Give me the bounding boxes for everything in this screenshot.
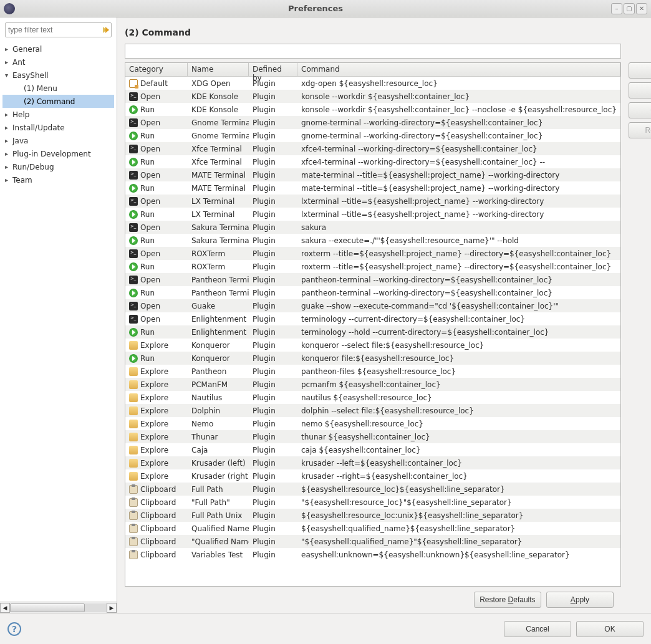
tree-item[interactable]: ▸Team: [2, 173, 114, 186]
scroll-thumb[interactable]: [10, 603, 85, 612]
scroll-track[interactable]: [10, 603, 107, 612]
tree-item[interactable]: ▸Help: [2, 108, 114, 121]
col-category[interactable]: Category: [125, 63, 188, 76]
table-row[interactable]: OpenXfce TerminalPluginxfce4-terminal --…: [125, 142, 620, 155]
cell-command: konqueror file:${easyshell:resource_loc}: [297, 353, 620, 364]
table-row[interactable]: OpenGnome TerminalPlugingnome-terminal -…: [125, 116, 620, 129]
table-row[interactable]: ExploreKonquerorPluginkonqueror --select…: [125, 339, 620, 352]
table-row[interactable]: ClipboardQualified NamePlugin${easyshell…: [125, 522, 620, 535]
table-row[interactable]: RunGnome TerminalPlugingnome-terminal --…: [125, 129, 620, 142]
chevron-right-icon[interactable]: ▸: [5, 150, 12, 157]
table-row[interactable]: RunROXTermPluginroxterm --title=${easysh…: [125, 260, 620, 273]
chevron-right-icon[interactable]: ▸: [5, 111, 12, 118]
table-row[interactable]: ClipboardFull PathPlugin${easyshell:reso…: [125, 483, 620, 496]
commands-table: Category Name Defined by Command Default…: [125, 62, 621, 587]
cell-name: Variables Test: [188, 549, 249, 560]
tree-item[interactable]: ▸Ant: [2, 55, 114, 69]
table-row[interactable]: Clipboard"Full Path"Plugin"${easyshell:r…: [125, 496, 620, 509]
table-row[interactable]: OpenGuakePluginguake --show --execute-co…: [125, 299, 620, 312]
table-row[interactable]: ClipboardVariables TestPlugineasyshell:u…: [125, 548, 620, 561]
tree-item[interactable]: (2) Command: [2, 95, 114, 108]
table-row[interactable]: DefaultXDG OpenPluginxdg-open ${easyshel…: [125, 77, 620, 90]
chevron-right-icon[interactable]: ▸: [5, 163, 12, 170]
filter-box[interactable]: [5, 22, 112, 37]
cell-category: Open: [125, 300, 188, 312]
table-row[interactable]: OpenEnlightenmentPluginterminology --cur…: [125, 312, 620, 325]
col-defined-by[interactable]: Defined by: [249, 63, 297, 76]
scroll-left-icon[interactable]: ◀: [0, 603, 10, 613]
table-row[interactable]: ExploreNemoPluginnemo ${easyshell:resour…: [125, 417, 620, 430]
default-icon: [129, 79, 138, 88]
edit-button[interactable]: Edit...: [629, 82, 651, 99]
cell-command: konqueror --select file:${easyshell:reso…: [297, 340, 620, 351]
open-icon: [129, 223, 138, 232]
tree-item[interactable]: (1) Menu: [2, 82, 114, 95]
table-row[interactable]: ClipboardFull Path UnixPlugin${easyshell…: [125, 509, 620, 522]
chevron-right-icon[interactable]: ▸: [5, 137, 12, 144]
col-name[interactable]: Name: [188, 63, 249, 76]
sidebar-hscroll[interactable]: ◀ ▶: [0, 602, 117, 613]
cell-defined-by: Plugin: [249, 340, 297, 351]
table-row[interactable]: OpenLX TerminalPluginlxterminal --title=…: [125, 195, 620, 208]
chevron-down-icon[interactable]: ▾: [5, 72, 12, 79]
tree-item[interactable]: ▸Install/Update: [2, 121, 114, 134]
filter-input[interactable]: [8, 26, 102, 34]
table-row[interactable]: ExplorePCManFMPluginpcmanfm ${easyshell:…: [125, 378, 620, 391]
scroll-right-icon[interactable]: ▶: [107, 603, 117, 613]
table-row[interactable]: RunSakura TerminalPluginsakura --execute…: [125, 234, 620, 247]
cell-defined-by: Plugin: [249, 117, 297, 128]
restore-defaults-button[interactable]: Restore Defaults: [474, 592, 541, 608]
table-row[interactable]: ExploreKrusader (left)Pluginkrusader --l…: [125, 456, 620, 469]
minimize-button[interactable]: –: [611, 3, 622, 14]
add-button[interactable]: Add...: [629, 62, 651, 79]
table-row[interactable]: OpenROXTermPluginroxterm --title=${easys…: [125, 247, 620, 260]
tree-item-label: (2) Command: [24, 97, 75, 106]
chevron-right-icon[interactable]: ▸: [5, 124, 12, 131]
clear-filter-icon[interactable]: [102, 25, 110, 35]
table-row[interactable]: ExplorePantheonPluginpantheon-files ${ea…: [125, 365, 620, 378]
table-row[interactable]: OpenKDE KonsolePluginkonsole --workdir $…: [125, 90, 620, 103]
table-row[interactable]: RunXfce TerminalPluginxfce4-terminal --w…: [125, 155, 620, 168]
table-filter-input[interactable]: [125, 44, 621, 59]
close-button[interactable]: ✕: [636, 3, 647, 14]
table-row[interactable]: RunKDE KonsolePluginkonsole --workdir ${…: [125, 103, 620, 116]
tree-item[interactable]: ▸Java: [2, 134, 114, 147]
remove-button[interactable]: Remove...: [629, 122, 651, 138]
table-row[interactable]: RunKonquerorPluginkonqueror file:${easys…: [125, 352, 620, 365]
table-row[interactable]: Clipboard"Qualified Name"Plugin"${easysh…: [125, 535, 620, 548]
help-icon[interactable]: ?: [7, 622, 21, 636]
cell-category: Run: [125, 287, 188, 299]
table-row[interactable]: OpenPantheon TerminalPluginpantheon-term…: [125, 273, 620, 286]
open-icon: [129, 315, 138, 324]
ok-button[interactable]: OK: [576, 621, 644, 637]
cell-name: "Qualified Name": [188, 536, 249, 547]
chevron-right-icon[interactable]: ▸: [5, 176, 12, 183]
category-label: Clipboard: [140, 537, 176, 546]
table-row[interactable]: ExploreNautilusPluginnautilus ${easyshel…: [125, 391, 620, 404]
preferences-tree[interactable]: ▸General▸Ant▾EasyShell(1) Menu(2) Comman…: [0, 42, 117, 602]
table-row[interactable]: RunMATE TerminalPluginmate-terminal --ti…: [125, 181, 620, 195]
cell-name: Krusader (left): [188, 458, 249, 469]
table-row[interactable]: ExploreThunarPluginthunar ${easyshell:co…: [125, 430, 620, 443]
cell-command: konsole --workdir ${easyshell:container_…: [297, 91, 620, 102]
cancel-button[interactable]: Cancel: [504, 621, 571, 637]
table-row[interactable]: ExploreKrusader (right)Pluginkrusader --…: [125, 469, 620, 483]
copy-button[interactable]: Copy...: [629, 102, 651, 118]
table-body[interactable]: DefaultXDG OpenPluginxdg-open ${easyshel…: [125, 77, 620, 586]
table-row[interactable]: ExploreCajaPlugincaja ${easyshell:contai…: [125, 443, 620, 456]
table-row[interactable]: RunLX TerminalPluginlxterminal --title=$…: [125, 208, 620, 221]
tree-item[interactable]: ▸General: [2, 42, 114, 55]
chevron-right-icon[interactable]: ▸: [5, 46, 12, 52]
table-row[interactable]: OpenSakura TerminalPluginsakura: [125, 221, 620, 234]
tree-item[interactable]: ▾EasyShell: [2, 69, 114, 82]
col-command[interactable]: Command: [297, 63, 620, 76]
apply-button[interactable]: Apply: [546, 592, 614, 608]
table-row[interactable]: RunEnlightenmentPluginterminology --hold…: [125, 325, 620, 339]
table-row[interactable]: OpenMATE TerminalPluginmate-terminal --t…: [125, 168, 620, 181]
chevron-right-icon[interactable]: ▸: [5, 59, 12, 65]
table-row[interactable]: ExploreDolphinPlugindolphin --select fil…: [125, 404, 620, 417]
tree-item[interactable]: ▸Run/Debug: [2, 160, 114, 173]
maximize-button[interactable]: ▢: [624, 3, 635, 14]
table-row[interactable]: RunPantheon TerminalPluginpantheon-termi…: [125, 286, 620, 299]
tree-item[interactable]: ▸Plug-in Development: [2, 147, 114, 160]
